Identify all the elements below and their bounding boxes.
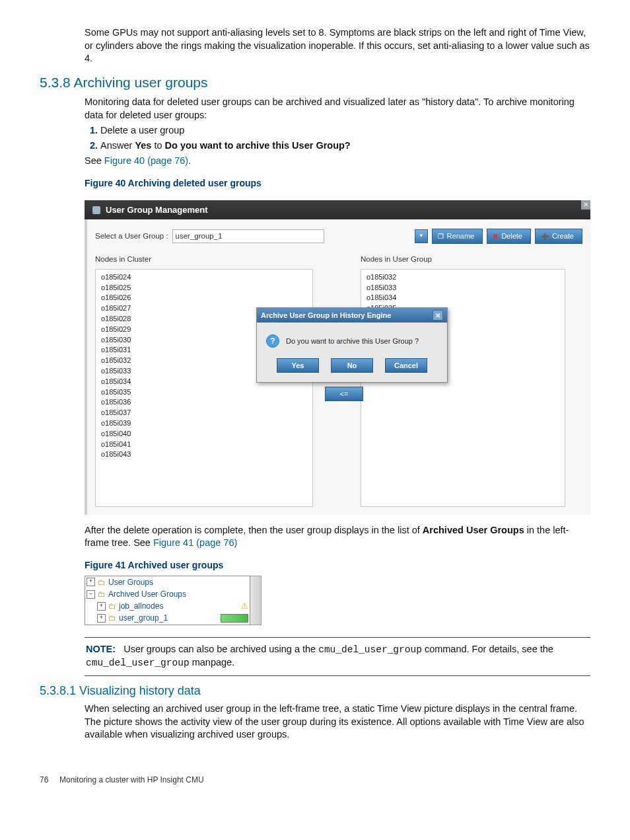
close-icon[interactable]: ✕ xyxy=(581,200,590,210)
step2-question: Do you want to archive this User Group? xyxy=(165,140,351,151)
rename-icon: ❐ xyxy=(438,232,444,241)
list-item[interactable]: o185i032 xyxy=(367,272,559,283)
see-figure-line: See Figure 40 (page 76). xyxy=(85,155,590,168)
panel-title: User Group Management xyxy=(106,204,208,216)
dialog-buttons: Yes No Cancel xyxy=(257,354,447,382)
subsection-heading: 5.3.8.1 Visualizing history data xyxy=(40,683,590,699)
list-item[interactable]: o185i037 xyxy=(101,408,307,418)
list-item[interactable]: o185i043 xyxy=(101,449,307,460)
chevron-down-icon[interactable]: ▼ xyxy=(415,229,428,243)
list-item[interactable]: o185i035 xyxy=(101,387,307,398)
no-button[interactable]: No xyxy=(331,358,373,373)
create-button[interactable]: ➕Create xyxy=(535,229,582,244)
figure40: ✕ User Group Management Select a User Gr… xyxy=(85,200,590,515)
delete-label: Delete xyxy=(501,231,522,241)
note-t1: User groups can also be archived using a… xyxy=(123,644,318,654)
expand-icon[interactable]: + xyxy=(97,602,106,611)
tree-label: User Groups xyxy=(108,577,153,588)
dialog-title: Archive User Group in History Engine xyxy=(261,311,391,321)
after-fig40-text: After the delete operation is complete, … xyxy=(85,524,590,550)
intro-paragraph: Some GPUs may not support anti-aliasing … xyxy=(85,26,590,65)
dialog-question: Do you want to archive this User Group ? xyxy=(286,336,419,346)
folder-icon: 🗀 xyxy=(108,601,116,611)
user-group-select[interactable]: user_group_1 xyxy=(172,229,324,243)
delete-icon: ✖ xyxy=(493,232,498,241)
list-item[interactable]: o185i036 xyxy=(101,397,307,408)
tree-label: Archived User Groups xyxy=(108,589,186,599)
yes-button[interactable]: Yes xyxy=(277,358,319,373)
note-t2: command. For details, see the xyxy=(422,644,553,654)
section-title: Archiving user groups xyxy=(73,75,207,90)
list-item[interactable]: o185i026 xyxy=(101,293,307,303)
expand-icon[interactable]: + xyxy=(87,578,95,586)
tree-row-user-group-1[interactable]: + 🗀 user_group_1 xyxy=(85,612,250,624)
move-left-button[interactable]: <= xyxy=(325,387,363,401)
figure41-link[interactable]: Figure 41 (page 76) xyxy=(153,537,237,548)
note-cmd2: cmu_del_user_group xyxy=(86,658,190,668)
panel-body: Select a User Group : user_group_1 ▼ ❐Re… xyxy=(85,219,590,515)
section-intro: Monitoring data for deleted user groups … xyxy=(85,96,590,122)
lists-row: Nodes in Cluster o185i024 o185i025 o185i… xyxy=(95,254,582,507)
list-item[interactable]: o185i039 xyxy=(101,418,307,429)
panel-icon xyxy=(92,206,100,214)
tree-label: job_allnodes xyxy=(119,601,163,611)
subsection-number: 5.3.8.1 xyxy=(40,684,76,697)
tree-row-archived[interactable]: − 🗀 Archived User Groups xyxy=(85,588,250,600)
expand-icon[interactable]: + xyxy=(97,614,106,623)
panel-titlebar: User Group Management xyxy=(85,200,590,220)
note-label: NOTE: xyxy=(86,644,116,654)
cluster-header: Nodes in Cluster xyxy=(95,254,313,265)
list-item[interactable]: o185i040 xyxy=(101,429,307,439)
see-pre: See xyxy=(85,155,104,166)
cluster-nodes-list[interactable]: o185i024 o185i025 o185i026 o185i027 o185… xyxy=(95,269,313,507)
list-item[interactable]: o185i024 xyxy=(101,272,307,283)
list-item[interactable]: o185i033 xyxy=(367,283,559,293)
page-number: 76 xyxy=(40,775,48,784)
collapse-icon[interactable]: − xyxy=(87,590,95,599)
tree-panel: + 🗀 User Groups − 🗀 Archived User Groups… xyxy=(85,576,250,625)
figure40-caption: Figure 40 Archiving deleted user groups xyxy=(85,177,590,190)
tree-row-job-allnodes[interactable]: + 🗀 job_allnodes ⚠ xyxy=(85,600,250,612)
folder-icon: 🗀 xyxy=(98,577,106,588)
note-cmd1: cmu_del_user_group xyxy=(318,644,422,655)
list-item[interactable]: o185i041 xyxy=(101,439,307,450)
list-item[interactable]: o185i025 xyxy=(101,283,307,293)
rename-button[interactable]: ❐Rename xyxy=(432,229,483,244)
plus-icon: ➕ xyxy=(541,232,549,241)
warning-icon: ⚠ xyxy=(241,601,248,611)
dialog-close-icon[interactable]: ✕ xyxy=(433,310,443,321)
step2-mid: to xyxy=(151,140,164,151)
section-number: 5.3.8 xyxy=(40,75,71,90)
group-nodes-list[interactable]: o185i032 o185i033 o185i034 o185i035 xyxy=(361,269,565,507)
create-label: Create xyxy=(552,231,574,241)
select-label: Select a User Group : xyxy=(95,231,168,242)
figure41-caption: Figure 41 Archived user groups xyxy=(85,559,590,572)
tree-row-user-groups[interactable]: + 🗀 User Groups xyxy=(85,576,250,588)
scrollbar[interactable] xyxy=(250,576,262,625)
steps-list: Delete a user group Answer Yes to Do you… xyxy=(85,124,590,152)
dialog-body: ? Do you want to archive this User Group… xyxy=(257,323,447,354)
see-post: . xyxy=(188,155,191,166)
rename-label: Rename xyxy=(447,231,475,241)
folder-icon: 🗀 xyxy=(108,613,116,623)
list-item[interactable]: o185i034 xyxy=(367,293,559,303)
step2-pre: Answer xyxy=(100,140,135,151)
step-2: Answer Yes to Do you want to archive thi… xyxy=(100,139,590,153)
after-pre: After the delete operation is complete, … xyxy=(85,525,423,535)
step2-yes: Yes xyxy=(135,140,151,151)
dialog-titlebar: Archive User Group in History Engine ✕ xyxy=(257,308,447,323)
figure40-link[interactable]: Figure 40 (page 76) xyxy=(104,155,188,166)
subsection-para: When selecting an archived user group in… xyxy=(85,703,590,742)
subsection-title: Visualizing history data xyxy=(79,684,201,697)
after-bold: Archived User Groups xyxy=(423,525,524,535)
group-header: Nodes in User Group xyxy=(361,254,565,265)
note-box: NOTE: User groups can also be archived u… xyxy=(85,637,590,676)
archive-dialog: Archive User Group in History Engine ✕ ?… xyxy=(256,307,448,383)
progress-bar xyxy=(221,614,248,623)
folder-icon: 🗀 xyxy=(98,589,106,599)
tree-label: user_group_1 xyxy=(119,613,168,623)
figure41: + 🗀 User Groups − 🗀 Archived User Groups… xyxy=(85,576,262,625)
delete-button[interactable]: ✖Delete xyxy=(487,229,531,244)
footer-title: Monitoring a cluster with HP Insight CMU xyxy=(59,775,204,784)
cancel-button[interactable]: Cancel xyxy=(385,358,427,373)
